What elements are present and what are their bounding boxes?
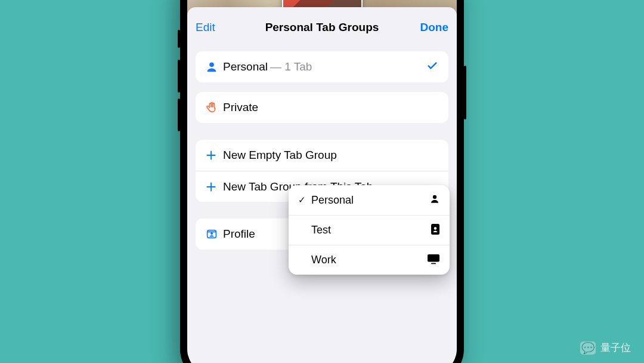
done-button[interactable]: Done <box>407 21 448 34</box>
row-label: Personal <box>223 60 268 73</box>
row-label: Private <box>223 101 258 114</box>
checkmark-icon: ✓ <box>298 195 310 205</box>
svg-point-5 <box>434 227 436 229</box>
person-icon <box>205 60 223 73</box>
power-button <box>464 66 466 119</box>
menu-item-label: Personal <box>311 194 429 207</box>
menu-item-label: Work <box>311 254 427 266</box>
new-empty-tab-group-row[interactable]: New Empty Tab Group <box>196 140 448 171</box>
svg-point-0 <box>209 62 214 67</box>
plus-icon <box>205 149 223 161</box>
edit-button[interactable]: Edit <box>196 21 237 34</box>
profile-menu-popup: ✓ Personal Test Work <box>289 185 450 275</box>
phone-screen: C HOW Edit Personal Tab Groups Done Pers… <box>187 0 457 363</box>
profile-icon <box>205 227 223 241</box>
sheet-header: Edit Personal Tab Groups Done <box>196 14 448 41</box>
svg-rect-7 <box>431 263 436 264</box>
row-label: Profile <box>223 227 255 241</box>
plus-icon <box>205 181 223 193</box>
row-suffix: — 1 Tab <box>270 60 312 73</box>
tab-group-card-private: Private <box>196 92 448 123</box>
mute-switch <box>178 30 180 48</box>
volume-up-button <box>178 60 180 93</box>
menu-item-label: Test <box>311 224 431 236</box>
svg-rect-6 <box>428 254 439 262</box>
sheet-title: Personal Tab Groups <box>237 21 407 34</box>
profile-menu-item-test[interactable]: Test <box>289 215 450 245</box>
hand-icon <box>205 101 223 114</box>
person-icon <box>429 193 440 207</box>
tab-group-card-personal: Personal — 1 Tab <box>196 51 448 82</box>
checkmark-icon <box>426 59 439 75</box>
profile-menu-item-personal[interactable]: ✓ Personal <box>289 185 450 215</box>
phone-frame: C HOW Edit Personal Tab Groups Done Pers… <box>180 0 464 363</box>
watermark-text: 量子位 <box>600 341 631 355</box>
row-label: New Empty Tab Group <box>223 149 337 162</box>
svg-point-2 <box>210 232 213 235</box>
display-icon <box>427 254 440 267</box>
tab-group-row-private[interactable]: Private <box>196 92 448 123</box>
watermark: 💬 量子位 <box>580 341 631 355</box>
tab-group-row-personal[interactable]: Personal — 1 Tab <box>196 51 448 82</box>
volume-down-button <box>178 99 180 131</box>
wechat-icon: 💬 <box>580 342 596 355</box>
id-card-icon <box>431 223 440 238</box>
profile-menu-item-work[interactable]: Work <box>289 245 450 275</box>
tab-groups-sheet: Edit Personal Tab Groups Done Personal —… <box>187 7 457 363</box>
svg-point-3 <box>433 195 436 199</box>
